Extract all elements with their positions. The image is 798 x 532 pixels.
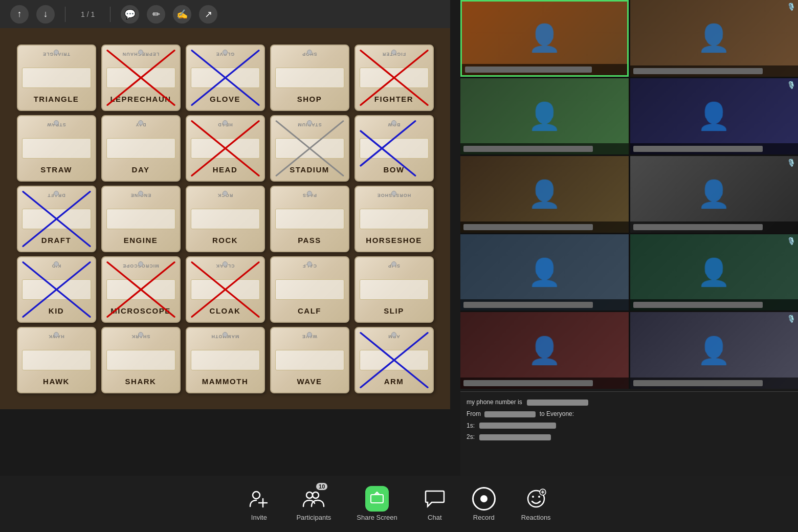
card-rock[interactable]: ROCK ROCK (186, 186, 265, 252)
card-hole (391, 261, 396, 267)
card-bottom-horseshoe: HORSESHOE (366, 236, 422, 245)
person-icon-6: 👤 (697, 179, 730, 210)
card-bottom-stadium: STADIUM (290, 165, 329, 174)
chat-blurred-4 (479, 434, 551, 440)
chat-line-4: 2s: (467, 433, 792, 441)
card-straw[interactable]: STRAW STRAW (17, 115, 96, 182)
card-hole (138, 50, 143, 55)
invite-button[interactable]: Invite (247, 487, 271, 521)
share-screen-button[interactable]: Share Screen (357, 487, 397, 521)
card-mammoth[interactable]: MAMMOTH MAMMOTH (186, 327, 265, 393)
card-draft[interactable]: DRAFT DRAFT (17, 186, 96, 252)
divider-1 (65, 7, 65, 22)
video-tile-8: 👤 🎙️ (630, 234, 799, 311)
card-bottom-pass: PASS (298, 236, 321, 245)
video-tile-3: 👤 (460, 78, 629, 155)
video-grid: 👤 👤 🎙️ 👤 👤 🎙️ 👤 (460, 0, 798, 389)
card-pass[interactable]: PASS PASS (270, 186, 349, 252)
card-bottom-slip: SLIP (384, 306, 404, 316)
svg-rect-27 (371, 495, 383, 503)
video-name-bar-1 (462, 64, 627, 75)
person-icon-1: 👤 (528, 23, 561, 54)
card-wave[interactable]: WAVE WAVE (270, 327, 349, 393)
chat-text-to: to Everyone: (540, 410, 574, 417)
card-cloak[interactable]: CLOAK CLOAK (186, 256, 265, 323)
participants-button[interactable]: 10 Participants (296, 487, 331, 521)
chat-icon (423, 487, 447, 511)
card-hole (54, 332, 59, 337)
record-button[interactable]: Record (472, 487, 496, 521)
person-icon-8: 👤 (697, 257, 730, 288)
person-icon-2: 👤 (697, 23, 730, 54)
card-kid[interactable]: KID KID (17, 256, 96, 323)
video-name-5 (463, 224, 593, 230)
video-name-bar-9 (460, 378, 629, 389)
card-head[interactable]: HEAD HEAD (186, 115, 265, 182)
invite-icon (247, 487, 271, 511)
card-bottom-cloak: CLOAK (210, 306, 241, 316)
reactions-label: Reactions (521, 514, 551, 521)
card-horseshoe[interactable]: HORSESHOE HORSESHOE (354, 186, 434, 252)
card-hawk[interactable]: HAWK HAWK (17, 327, 96, 393)
card-bottom-draft: DRAFT (41, 236, 71, 245)
chat-blurred-2 (484, 411, 536, 417)
card-shop[interactable]: SHOP SHOP (270, 45, 349, 111)
chat-label-2s: 2s: (467, 433, 475, 440)
chat-line-2: From to Everyone: (467, 410, 792, 418)
reactions-button[interactable]: Reactions (521, 487, 551, 521)
card-calf[interactable]: CALF CALF (270, 256, 349, 323)
card-stadium[interactable]: STADIUM STADIUM (270, 115, 349, 182)
card-bottom-arm: ARM (384, 377, 404, 386)
muted-icon-4: 🎙️ (787, 81, 795, 89)
svg-point-32 (538, 496, 540, 498)
card-day[interactable]: DAY DAY (101, 115, 181, 182)
person-icon-3: 👤 (528, 101, 561, 132)
card-microscope[interactable]: MICROSCOPE MICROSCOPE (101, 256, 181, 323)
card-bottom-calf: CALF (298, 306, 321, 316)
card-arm[interactable]: ARM ARM (354, 327, 434, 393)
comment-button[interactable]: 💬 (121, 5, 139, 24)
card-glove[interactable]: GLOVE GLOVE (186, 45, 265, 111)
card-bottom-wave: WAVE (297, 377, 322, 386)
divider-2 (110, 7, 110, 22)
card-row-4: KID KID MICROSCOPE MICROSCOPE CLOAK CLOA… (17, 256, 434, 323)
invite-label: Invite (251, 514, 267, 521)
up-button[interactable]: ↑ (10, 5, 29, 24)
annotation-button[interactable]: ✍ (173, 5, 191, 24)
card-bottom-straw: STRAW (40, 165, 72, 174)
card-bottom-microscope: MICROSCOPE (110, 306, 171, 316)
card-triangle[interactable]: TRIANGLE TRIANGLE (17, 45, 96, 111)
toolbar: ↑ ↓ 1 / 1 💬 ✏ ✍ ↗ (0, 0, 450, 28)
export-button[interactable]: ↗ (199, 5, 217, 24)
card-shark[interactable]: SHARK SHARK (101, 327, 181, 393)
card-slip[interactable]: SLIP SLIP (354, 256, 434, 323)
game-board: TRIANGLE TRIANGLE LEPRECHAUN LEPRECHAUN … (0, 28, 450, 409)
chat-blurred-1 (527, 400, 588, 406)
video-name-9 (463, 380, 593, 386)
video-tile-6: 👤 🎙️ (630, 156, 799, 233)
video-name-bar-8 (630, 299, 799, 311)
card-fighter[interactable]: FIGHTER FIGHTER (354, 45, 434, 111)
card-bottom-hawk: HAWK (43, 377, 70, 386)
card-bottom-triangle: TRIANGLE (34, 95, 79, 104)
card-hole (307, 191, 312, 196)
card-bottom-kid: KID (49, 306, 64, 316)
card-row-2: STRAW STRAW DAY DAY HEAD HEAD STADIUM ST… (17, 115, 434, 182)
video-tile-7: 👤 (460, 234, 629, 311)
card-hole (307, 332, 312, 337)
person-icon-10: 👤 (697, 335, 730, 366)
pen-button[interactable]: ✏ (147, 5, 165, 24)
person-icon-9: 👤 (528, 335, 561, 366)
card-bottom-shark: SHARK (125, 377, 157, 386)
card-hole (307, 261, 312, 267)
video-tile-10: 👤 🎙️ (630, 312, 799, 389)
chat-button[interactable]: Chat (423, 487, 447, 521)
card-leprechaun[interactable]: LEPRECHAUN LEPRECHAUN (101, 45, 181, 111)
down-button[interactable]: ↓ (36, 5, 55, 24)
participants-count: 10 (316, 483, 327, 490)
card-hole (54, 120, 59, 125)
muted-icon-10: 🎙️ (787, 315, 795, 323)
card-bow[interactable]: BOW BOW (354, 115, 434, 182)
video-name-6 (633, 224, 763, 230)
card-engine[interactable]: ENGINE ENGINE (101, 186, 181, 252)
